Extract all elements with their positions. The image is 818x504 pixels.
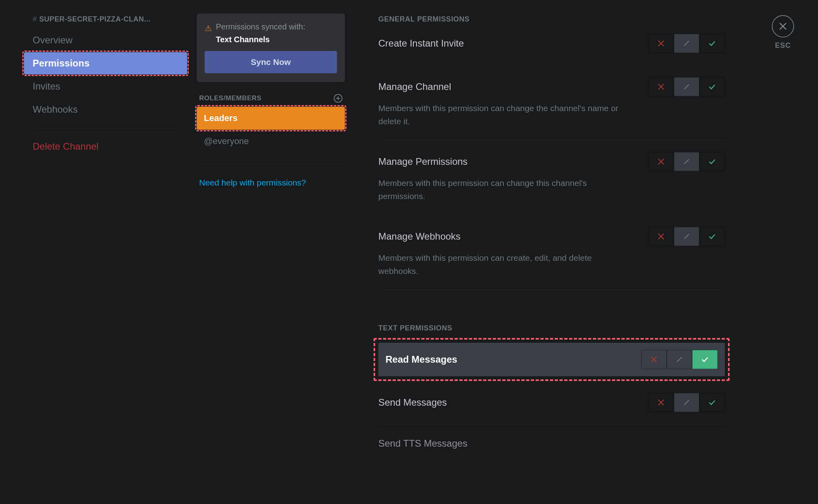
perm-divider <box>378 424 725 424</box>
sidebar-item-webhooks[interactable]: Webhooks <box>24 98 187 121</box>
perm-deny[interactable] <box>641 350 667 369</box>
close-button[interactable] <box>772 15 794 37</box>
roles-header-label: ROLES/MEMBERS <box>199 94 262 102</box>
perm-deny[interactable] <box>648 34 674 53</box>
perm-passthrough[interactable] <box>674 393 699 412</box>
sidebar-item-label: Overview <box>33 35 72 45</box>
perm-allow[interactable] <box>699 34 725 53</box>
close-icon <box>779 22 787 31</box>
perm-toggle <box>648 34 725 53</box>
sync-now-button[interactable]: Sync Now <box>205 51 337 73</box>
sync-lines: Permissions synced with: Text Channels <box>216 21 305 45</box>
sidebar-item-overview[interactable]: Overview <box>24 29 187 51</box>
perm-manage-permissions: Manage Permissions Members with this per… <box>378 152 725 203</box>
role-item-label: Leaders <box>204 113 237 123</box>
perm-passthrough[interactable] <box>667 350 692 369</box>
perm-send-messages: Send Messages <box>378 393 725 412</box>
help-link-label: Need help with permissions? <box>199 178 306 187</box>
perm-send-tts-messages: Send TTS Messages <box>378 438 725 449</box>
perm-passthrough[interactable] <box>674 227 699 246</box>
perm-name: Manage Channel <box>378 81 451 92</box>
sync-text: ⚠ Permissions synced with: Text Channels <box>205 21 337 45</box>
sidebar-item-label: Permissions <box>33 58 90 68</box>
add-role-icon[interactable] <box>334 94 342 103</box>
roles-header: ROLES/MEMBERS <box>199 94 342 103</box>
app-root: # SUPER-SECRET-PIZZA-CLAN... Overview Pe… <box>0 0 818 504</box>
sidebar-item-invites[interactable]: Invites <box>24 75 187 98</box>
warning-icon: ⚠ <box>205 22 212 34</box>
sidebar-delete-channel[interactable]: Delete Channel <box>24 137 187 156</box>
channel-name: # SUPER-SECRET-PIZZA-CLAN... <box>24 15 187 29</box>
perm-divider <box>378 140 725 140</box>
perm-toggle <box>648 152 725 171</box>
perm-name: Read Messages <box>386 354 457 365</box>
role-item-label: @everyone <box>204 136 249 146</box>
sync-line2: Text Channels <box>216 33 305 45</box>
close-area: ESC <box>772 15 794 50</box>
sidebar-item-label: Invites <box>33 81 60 92</box>
perm-name: Create Instant Invite <box>378 38 464 49</box>
perm-manage-webhooks: Manage Webhooks Members with this permis… <box>378 227 725 277</box>
sidebar-divider <box>33 129 178 129</box>
delete-channel-label: Delete Channel <box>33 141 98 152</box>
perm-description: Members with this permission can create,… <box>378 252 625 277</box>
perm-passthrough[interactable] <box>674 152 699 171</box>
perm-deny[interactable] <box>648 77 674 96</box>
perm-divider <box>378 65 725 65</box>
hash-icon: # <box>33 15 37 23</box>
perm-toggle <box>648 393 725 412</box>
settings-sidebar: # SUPER-SECRET-PIZZA-CLAN... Overview Pe… <box>24 0 187 504</box>
perm-divider <box>378 215 725 215</box>
perm-allow[interactable] <box>699 77 725 96</box>
perm-passthrough[interactable] <box>674 34 699 53</box>
perm-deny[interactable] <box>648 152 674 171</box>
perm-name: Manage Webhooks <box>378 231 460 242</box>
perm-allow[interactable] <box>699 393 725 412</box>
perm-read-messages: Read Messages <box>378 343 725 376</box>
perm-name: Manage Permissions <box>378 156 468 167</box>
permissions-column: GENERAL PERMISSIONS Create Instant Invit… <box>354 0 737 504</box>
sync-line1: Permissions synced with: <box>216 22 305 31</box>
perm-allow[interactable] <box>699 152 725 171</box>
permissions-help-link[interactable]: Need help with permissions? <box>197 176 345 190</box>
perm-toggle <box>648 77 725 96</box>
role-item-leaders[interactable]: Leaders <box>197 107 345 130</box>
perm-description: Members with this permission can change … <box>378 177 625 203</box>
section-general-permissions: GENERAL PERMISSIONS <box>378 15 725 23</box>
sidebar-item-label: Webhooks <box>33 104 78 115</box>
channel-name-label: SUPER-SECRET-PIZZA-CLAN... <box>39 15 150 23</box>
roles-column: ⚠ Permissions synced with: Text Channels… <box>187 0 354 504</box>
perm-create-instant-invite: Create Instant Invite <box>378 34 725 53</box>
sync-box: ⚠ Permissions synced with: Text Channels… <box>197 14 345 82</box>
perm-passthrough[interactable] <box>674 77 699 96</box>
perm-deny[interactable] <box>648 393 674 412</box>
section-text-permissions: TEXT PERMISSIONS <box>378 324 725 332</box>
perm-deny[interactable] <box>648 227 674 246</box>
close-label: ESC <box>772 41 794 50</box>
perm-description: Members with this permission can change … <box>378 102 625 128</box>
sync-button-label: Sync Now <box>251 57 291 66</box>
perm-toggle <box>648 227 725 246</box>
role-item-everyone[interactable]: @everyone <box>197 130 345 153</box>
sidebar-item-permissions[interactable]: Permissions <box>24 52 187 74</box>
perm-manage-channel: Manage Channel Members with this permiss… <box>378 77 725 128</box>
perm-allow[interactable] <box>692 350 718 369</box>
perm-divider <box>378 289 725 290</box>
roles-divider <box>199 164 342 164</box>
perm-allow[interactable] <box>699 227 725 246</box>
perm-name: Send Messages <box>378 397 447 408</box>
perm-toggle <box>641 350 718 369</box>
